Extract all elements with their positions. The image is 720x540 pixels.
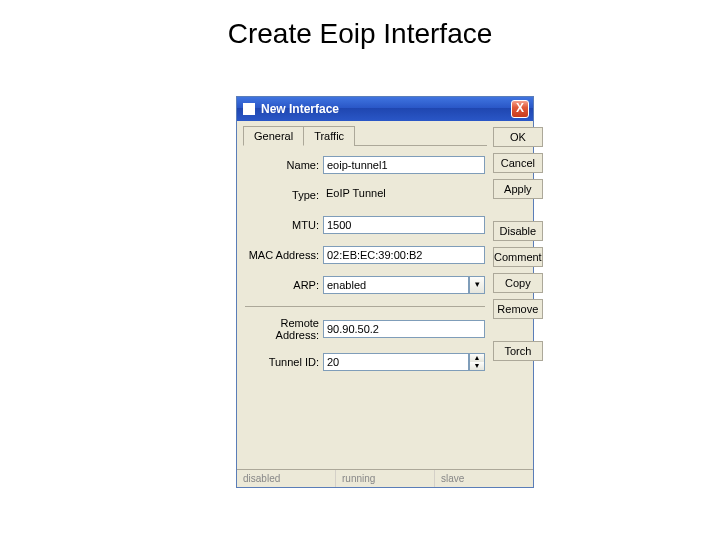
page-title: Create Eoip Interface <box>0 0 720 50</box>
stepper-down-icon[interactable]: ▼ <box>470 362 484 370</box>
mac-field[interactable] <box>323 246 485 264</box>
tab-general[interactable]: General <box>243 126 304 146</box>
arp-field[interactable] <box>323 276 469 294</box>
chevron-down-icon[interactable]: ▾ <box>469 276 485 294</box>
mtu-field[interactable] <box>323 216 485 234</box>
close-button[interactable]: X <box>511 100 529 118</box>
torch-button[interactable]: Torch <box>493 341 543 361</box>
comment-button[interactable]: Comment <box>493 247 543 267</box>
disable-button[interactable]: Disable <box>493 221 543 241</box>
tunnelid-field[interactable] <box>323 353 469 371</box>
label-type: Type: <box>245 189 323 201</box>
tab-traffic[interactable]: Traffic <box>303 126 355 146</box>
label-remote: Remote Address: <box>245 317 323 341</box>
status-disabled: disabled <box>237 470 336 487</box>
statusbar: disabled running slave <box>237 469 533 487</box>
separator <box>245 306 485 307</box>
label-name: Name: <box>245 159 323 171</box>
titlebar[interactable]: New Interface X <box>237 97 533 121</box>
type-value: EoIP Tunnel <box>323 186 485 204</box>
arp-combo[interactable]: ▾ <box>323 276 485 294</box>
status-slave: slave <box>435 470 533 487</box>
label-mac: MAC Address: <box>245 249 323 261</box>
tabstrip: General Traffic <box>243 125 487 146</box>
tunnelid-stepper[interactable]: ▲ ▼ <box>323 353 485 371</box>
app-icon <box>243 103 255 115</box>
dialog-new-interface: New Interface X General Traffic Name: Ty… <box>236 96 534 488</box>
name-field[interactable] <box>323 156 485 174</box>
status-running: running <box>336 470 435 487</box>
window-title: New Interface <box>261 102 511 116</box>
label-mtu: MTU: <box>245 219 323 231</box>
remove-button[interactable]: Remove <box>493 299 543 319</box>
apply-button[interactable]: Apply <box>493 179 543 199</box>
remote-address-field[interactable] <box>323 320 485 338</box>
label-arp: ARP: <box>245 279 323 291</box>
ok-button[interactable]: OK <box>493 127 543 147</box>
label-tunnelid: Tunnel ID: <box>245 356 323 368</box>
cancel-button[interactable]: Cancel <box>493 153 543 173</box>
copy-button[interactable]: Copy <box>493 273 543 293</box>
stepper-up-icon[interactable]: ▲ <box>470 354 484 362</box>
